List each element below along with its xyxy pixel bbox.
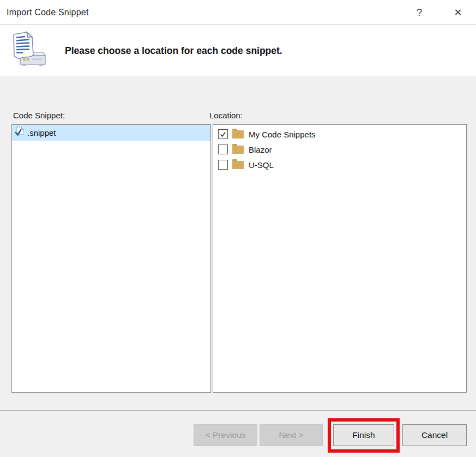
tree-item-label: Blazor — [249, 145, 272, 154]
folder-icon — [232, 146, 244, 154]
cancel-button[interactable]: Cancel — [402, 424, 467, 446]
tree-item-u-sql[interactable]: U-SQL — [213, 157, 466, 172]
checkbox-u-sql[interactable] — [218, 160, 228, 170]
previous-button[interactable]: < Previous — [194, 424, 257, 446]
help-button[interactable]: ? — [408, 0, 430, 25]
location-label: Location: — [209, 111, 243, 120]
finish-button[interactable]: Finish — [333, 424, 394, 446]
dialog-title: Import Code Snippet — [7, 0, 89, 25]
wizard-header: Please choose a location for each code s… — [0, 25, 476, 76]
tree-item-label: My Code Snippets — [249, 130, 316, 139]
tree-item-label: U-SQL — [249, 160, 274, 170]
code-snippet-label: Code Snippet: — [13, 111, 65, 120]
snippet-file-icon — [14, 125, 26, 140]
title-bar: Import Code Snippet ? ✕ — [0, 0, 476, 25]
list-item-snippet[interactable]: .snippet — [12, 125, 210, 141]
snippet-item-label: .snippet — [27, 128, 56, 137]
import-code-snippet-dialog: Import Code Snippet ? ✕ — [0, 0, 476, 457]
tree-item-my-code-snippets[interactable]: My Code Snippets — [213, 127, 466, 142]
footer-divider — [0, 410, 476, 411]
location-tree[interactable]: My Code Snippets Blazor U-SQL — [213, 124, 467, 393]
checkbox-my-code-snippets[interactable] — [218, 129, 228, 139]
import-snippet-icon — [10, 29, 46, 72]
next-button[interactable]: Next > — [260, 424, 323, 446]
checkbox-blazor[interactable] — [218, 145, 228, 154]
close-button[interactable]: ✕ — [447, 0, 469, 25]
folder-icon — [232, 130, 244, 139]
wizard-instruction: Please choose a location for each code s… — [65, 25, 282, 76]
code-snippet-list[interactable]: .snippet — [11, 124, 211, 393]
folder-icon — [232, 161, 244, 169]
tree-item-blazor[interactable]: Blazor — [213, 142, 466, 157]
